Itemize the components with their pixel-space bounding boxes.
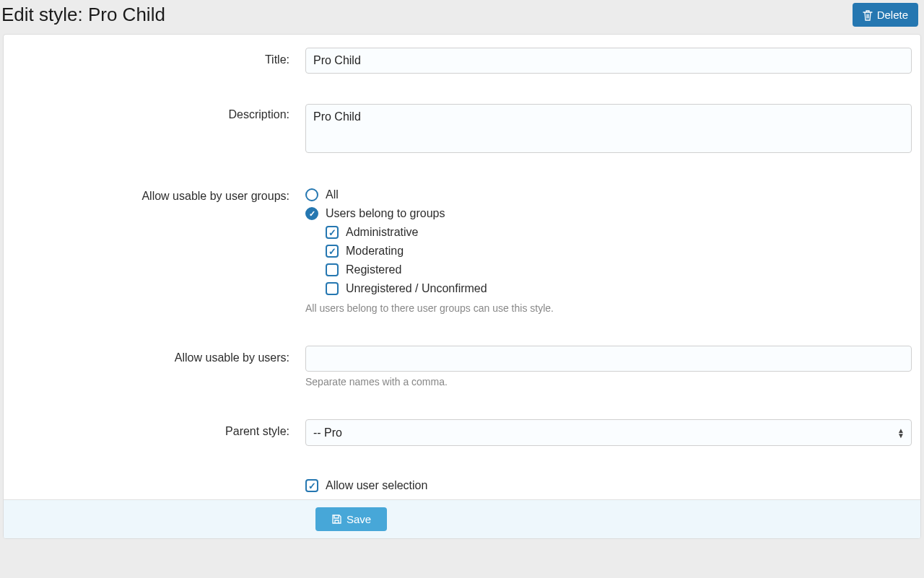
save-button-label: Save: [346, 513, 371, 525]
checkbox-administrative[interactable]: Administrative: [326, 223, 912, 242]
delete-button-label: Delete: [877, 9, 908, 21]
footer-bar: Save: [4, 499, 920, 538]
parent-style-select[interactable]: -- Pro: [305, 419, 912, 446]
checkbox-allow-user-selection[interactable]: Allow user selection: [305, 476, 912, 495]
save-button[interactable]: Save: [315, 507, 387, 531]
title-input[interactable]: [305, 48, 912, 74]
description-textarea[interactable]: [305, 104, 912, 153]
checkbox-unregistered-label: Unregistered / Unconfirmed: [346, 282, 487, 295]
checkbox-checked-icon: [326, 226, 339, 239]
checkbox-registered[interactable]: Registered: [326, 260, 912, 279]
form-panel: Title: Description: Allow usable by user…: [3, 34, 921, 539]
radio-all-label: All: [326, 188, 339, 201]
usergroups-label: Allow usable by user groups:: [11, 185, 305, 203]
users-label: Allow usable by users:: [11, 346, 305, 364]
parent-style-label: Parent style:: [11, 419, 305, 438]
users-input[interactable]: [305, 346, 912, 372]
checkbox-administrative-label: Administrative: [346, 226, 418, 239]
checkbox-moderating-label: Moderating: [346, 245, 404, 258]
checkbox-checked-icon: [326, 245, 339, 258]
usergroups-help: All users belong to there user groups ca…: [305, 298, 912, 315]
checkbox-unchecked-icon: [326, 282, 339, 295]
radio-all[interactable]: All: [305, 185, 912, 204]
users-help: Separate names with a comma.: [305, 372, 912, 389]
allow-selection-label: Allow user selection: [326, 479, 427, 492]
trash-icon: [863, 9, 873, 21]
checkbox-moderating[interactable]: Moderating: [326, 242, 912, 260]
checkbox-unregistered[interactable]: Unregistered / Unconfirmed: [326, 279, 912, 298]
radio-groups[interactable]: Users belong to groups: [305, 204, 912, 223]
delete-button[interactable]: Delete: [853, 3, 918, 27]
checkbox-checked-icon: [305, 479, 318, 492]
radio-unchecked-icon: [305, 188, 318, 201]
page-title: Edit style: Pro Child: [1, 4, 165, 26]
radio-groups-label: Users belong to groups: [326, 207, 445, 220]
radio-checked-icon: [305, 207, 318, 220]
checkbox-registered-label: Registered: [346, 263, 401, 276]
save-icon: [331, 514, 342, 525]
title-label: Title:: [11, 48, 305, 66]
description-label: Description:: [11, 104, 305, 121]
checkbox-unchecked-icon: [326, 263, 339, 276]
